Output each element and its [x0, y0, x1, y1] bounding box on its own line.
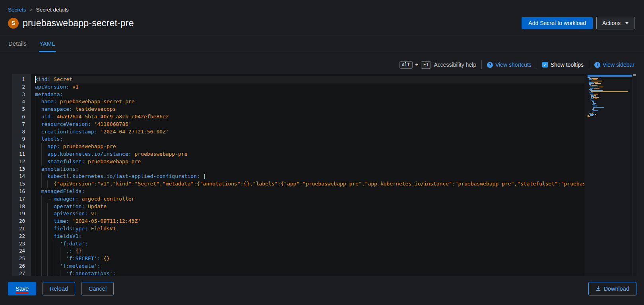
indent-guide	[41, 195, 48, 203]
line-number: 22	[12, 233, 25, 240]
line-number: 26	[12, 263, 25, 270]
line-number: 9	[12, 135, 25, 143]
code-line[interactable]: apiVersion: v1	[35, 210, 584, 218]
minimap-viewport-indicator	[588, 75, 632, 77]
indent-guide	[47, 233, 54, 240]
toolbar-divider	[589, 60, 589, 69]
add-secret-to-workload-button[interactable]: Add Secret to workload	[522, 17, 593, 29]
code-line[interactable]: kubectl.kubernetes.io/last-applied-confi…	[35, 173, 584, 180]
code-line[interactable]: fieldsV1:	[35, 233, 584, 240]
line-number: 14	[12, 173, 25, 180]
code-line[interactable]: metadata:	[35, 91, 584, 98]
view-sidebar-link[interactable]: i View sidebar	[594, 62, 634, 68]
kbd-alt: Alt	[400, 61, 413, 69]
line-number: 12	[12, 158, 25, 166]
indent-guide	[41, 270, 48, 276]
code-line[interactable]: 'f:metadata':	[35, 263, 584, 270]
indent-guide	[41, 151, 48, 158]
indent-guide	[54, 255, 60, 263]
indent-guide	[60, 247, 66, 255]
reload-button[interactable]: Reload	[43, 282, 75, 295]
code-line[interactable]: kind: Secret	[35, 76, 584, 83]
line-number: 8	[12, 128, 25, 136]
editor-footer: Save Reload Cancel Download	[0, 276, 644, 295]
accessibility-help-label: Accessibility help	[434, 62, 476, 68]
line-number: 24	[12, 247, 25, 255]
code-line[interactable]: resourceVersion: '4118068786'	[35, 121, 584, 128]
code-line[interactable]: annotations:	[35, 166, 584, 173]
tab-yaml[interactable]: YAML	[39, 35, 56, 52]
code-line[interactable]: managedFields:	[35, 188, 584, 195]
indent-guide	[47, 240, 54, 248]
code-line[interactable]: name: pruebaswebapp-secret-pre	[35, 98, 584, 106]
question-circle-icon: ?	[487, 62, 493, 68]
editor-line-numbers: 1234567891011121314151617181920212223242…	[12, 74, 31, 276]
view-sidebar-label: View sidebar	[603, 62, 634, 68]
indent-guide	[47, 263, 54, 270]
view-shortcuts-label: View shortcuts	[495, 62, 531, 68]
line-number: 17	[12, 195, 25, 203]
code-line[interactable]: app: pruebaswebapp-pre	[35, 143, 584, 151]
line-number: 2	[12, 83, 25, 91]
line-number: 7	[12, 121, 25, 128]
editor-code-area[interactable]: kind: SecretapiVersion: v1metadata:name:…	[31, 74, 584, 276]
line-number: 21	[12, 225, 25, 233]
indent-guide	[54, 240, 60, 248]
code-line[interactable]: {"apiVersion":"v1","kind":"Secret","meta…	[35, 180, 584, 188]
breadcrumb-separator-icon: >	[30, 7, 33, 13]
line-number: 6	[12, 113, 25, 121]
indent-guide	[41, 255, 48, 263]
line-number: 10	[12, 143, 25, 151]
indent-guide	[47, 203, 54, 210]
actions-dropdown-button[interactable]: Actions	[596, 17, 634, 29]
code-line[interactable]: - manager: argocd-controller	[35, 195, 584, 203]
line-number: 13	[12, 166, 25, 173]
code-line[interactable]: 'f:SECRET': {}	[35, 255, 584, 263]
code-line[interactable]: labels:	[35, 135, 584, 143]
kbd-plus: +	[415, 62, 418, 68]
code-line[interactable]: 'f:annotations':	[35, 270, 584, 276]
editor-scrollbar-thumb[interactable]	[633, 74, 636, 76]
editor-scrollbar[interactable]	[632, 74, 636, 276]
line-number: 16	[12, 188, 25, 195]
download-button[interactable]: Download	[588, 282, 637, 295]
minimap-content	[588, 75, 632, 118]
kbd-f1: F1	[421, 61, 431, 69]
code-line[interactable]: fieldsType: FieldsV1	[35, 225, 584, 233]
code-line[interactable]: time: '2024-05-09T11:12:43Z'	[35, 218, 584, 225]
indent-guide	[47, 255, 54, 263]
code-line[interactable]: namespace: testdevsecops	[35, 106, 584, 113]
editor-minimap[interactable]	[584, 74, 636, 276]
code-line[interactable]: 'f:data':	[35, 240, 584, 248]
download-icon	[596, 286, 601, 291]
indent-guide	[41, 158, 48, 166]
indent-guide	[41, 233, 48, 240]
code-line[interactable]: creationTimestamp: '2024-04-27T21:56:00Z…	[35, 128, 584, 136]
cancel-button[interactable]: Cancel	[81, 282, 114, 295]
code-line[interactable]: app.kubernetes.io/instance: pruebaswebap…	[35, 151, 584, 158]
breadcrumb-current: Secret details	[36, 7, 69, 13]
code-line[interactable]: apiVersion: v1	[35, 83, 584, 91]
indent-guide	[47, 210, 54, 218]
code-line[interactable]: operation: Update	[35, 203, 584, 210]
toolbar-divider	[537, 60, 537, 69]
indent-guide	[54, 263, 60, 270]
code-line[interactable]: .: {}	[35, 247, 584, 255]
indent-guide	[60, 270, 66, 276]
save-button[interactable]: Save	[8, 282, 36, 295]
accessibility-help: Alt + F1 Accessibility help	[400, 61, 476, 69]
tab-details[interactable]: Details	[8, 35, 27, 52]
yaml-editor[interactable]: 1234567891011121314151617181920212223242…	[12, 74, 636, 276]
indent-guide	[54, 247, 60, 255]
breadcrumb-link-secrets[interactable]: Secrets	[8, 7, 26, 13]
view-shortcuts-link[interactable]: ? View shortcuts	[487, 62, 531, 68]
show-tooltips-label[interactable]: Show tooltips	[551, 62, 584, 68]
code-line[interactable]: statefulset: pruebaswebapp-pre	[35, 158, 584, 166]
tab-bar: DetailsYAML	[0, 35, 644, 52]
indent-guide	[41, 263, 48, 270]
info-circle-icon: i	[594, 62, 600, 68]
show-tooltips-checkbox[interactable]: ✓	[542, 62, 548, 68]
indent-guide	[41, 210, 48, 218]
line-number: 19	[12, 210, 25, 218]
code-line[interactable]: uid: 46a926a4-5b1a-40c9-a8cb-c042efbe86e…	[35, 113, 584, 121]
